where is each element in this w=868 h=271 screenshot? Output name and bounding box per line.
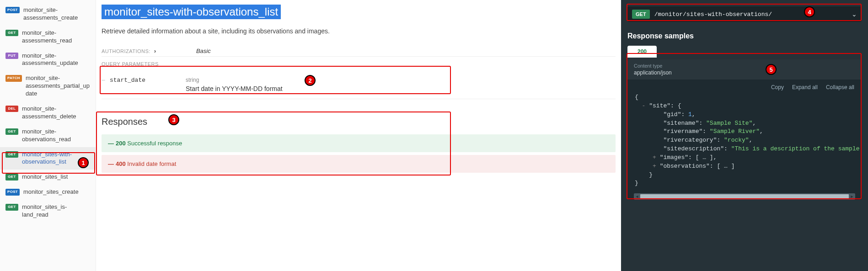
sidebar-item-label: monitor_sites_create <box>23 188 79 196</box>
method-badge: GET <box>5 30 18 36</box>
response-code: 200 <box>116 140 126 147</box>
response-code: 400 <box>116 160 126 167</box>
method-badge: GET <box>632 10 650 19</box>
main-content: monitor_sites-with-observations_list Ret… <box>96 0 621 271</box>
endpoint-path: /monitor/sites-with-observations/ <box>654 11 847 18</box>
sidebar-item-monitor_sites_is-land_read[interactable]: GETmonitor_sites_is-land_read <box>0 200 96 223</box>
response-samples-heading: Response samples <box>627 32 862 40</box>
copy-button[interactable]: Copy <box>771 84 784 90</box>
sidebar-item-monitor_site-assessments_update[interactable]: PUTmonitor_site-assessments_update <box>0 48 96 71</box>
authorizations-value: Basic <box>196 48 211 54</box>
sidebar-item-label: monitor_site-assessments_read <box>22 29 91 45</box>
sidebar-item-label: monitor_site-observations_read <box>22 128 91 143</box>
json-viewer[interactable]: { - "site": { "gid": 1, "sitename": "Sam… <box>627 90 862 193</box>
sidebar-item-monitor_site-assessments_read[interactable]: GETmonitor_site-assessments_read <box>0 26 96 48</box>
response-text: Invalid date format <box>127 160 176 167</box>
scrollbar-track[interactable] <box>640 194 849 199</box>
method-badge: PUT <box>5 53 18 59</box>
sidebar-item-monitor_sites-with-observations_list[interactable]: GETmonitor_sites-with-observations_list <box>0 147 96 170</box>
parameter-description: Start date in YYYY-MM-DD format <box>186 85 616 92</box>
samples-panel: GET /monitor/sites-with-observations/ ⌄ … <box>621 0 868 271</box>
sidebar: POSTmonitor_site-assessments_createGETmo… <box>0 0 96 271</box>
content-type-value: application/json <box>634 69 855 76</box>
content-type-label: Content type <box>634 63 855 69</box>
method-badge: DEL <box>5 106 18 112</box>
method-badge: GET <box>5 204 18 210</box>
query-parameters-label: QUERY PARAMETERS <box>102 61 616 67</box>
sidebar-item-monitor_sites_create[interactable]: POSTmonitor_sites_create <box>0 185 96 200</box>
sidebar-item-label: monitor_sites_is-land_read <box>22 203 91 219</box>
sidebar-item-label: monitor_site-assessments_create <box>23 6 91 22</box>
sidebar-item-label: monitor_site-assessments_partial_update <box>26 74 91 98</box>
operation-description: Retrieve detailed information about a si… <box>102 27 616 35</box>
chevron-down-icon: ⌄ <box>852 11 857 18</box>
sidebar-item-label: monitor_site-assessments_update <box>22 52 91 68</box>
json-tools: Copy Expand all Collapse all <box>627 80 862 90</box>
method-badge: PATCH <box>5 75 22 81</box>
expand-all-button[interactable]: Expand all <box>792 84 818 90</box>
method-badge: GET <box>5 128 18 135</box>
sidebar-item-monitor_site-assessments_partial_update[interactable]: PATCHmonitor_site-assessments_partial_up… <box>0 71 96 101</box>
chevron-right-icon: › <box>154 48 156 54</box>
horizontal-scrollbar[interactable]: ◄ ► <box>634 193 855 200</box>
sidebar-item-monitor_site-observations_read[interactable]: GETmonitor_site-observations_read <box>0 124 96 147</box>
sidebar-item-label: monitor_sites-with-observations_list <box>22 151 91 166</box>
authorizations-label: AUTHORIZATIONS: <box>102 48 150 54</box>
method-badge: GET <box>5 174 18 180</box>
responses-heading: Responses <box>102 117 616 127</box>
sidebar-item-label: monitor_sites_list <box>22 173 68 181</box>
method-badge: POST <box>5 7 20 13</box>
sidebar-item-monitor_site-assessments_create[interactable]: POSTmonitor_site-assessments_create <box>0 3 96 26</box>
method-badge: POST <box>5 189 20 195</box>
sample-body: Content type application/json Copy Expan… <box>627 59 862 200</box>
parameter-row: start_date string Start date in YYYY-MM-… <box>102 70 616 99</box>
collapse-all-button[interactable]: Collapse all <box>826 84 854 90</box>
content-type-bar[interactable]: Content type application/json <box>627 59 862 80</box>
authorizations-row[interactable]: AUTHORIZATIONS: › Basic <box>102 48 616 57</box>
operation-title: monitor_sites-with-observations_list <box>102 5 281 19</box>
sidebar-item-monitor_sites_list[interactable]: GETmonitor_sites_list <box>0 170 96 185</box>
scroll-left-icon[interactable]: ◄ <box>634 193 640 200</box>
parameter-name: start_date <box>110 77 186 92</box>
sidebar-item-label: monitor_site-assessments_delete <box>22 105 91 121</box>
sidebar-item-monitor_site-assessments_delete[interactable]: DELmonitor_site-assessments_delete <box>0 101 96 124</box>
method-badge: GET <box>5 151 18 158</box>
response-200[interactable]: —200 Successful response <box>102 134 616 152</box>
response-400[interactable]: —400 Invalid date format <box>102 155 616 173</box>
status-tab-200[interactable]: 200 <box>627 46 657 58</box>
scroll-right-icon[interactable]: ► <box>849 193 855 200</box>
parameter-type: string <box>186 77 616 83</box>
response-text: Successful response <box>127 140 182 147</box>
endpoint-bar[interactable]: GET /monitor/sites-with-observations/ ⌄ <box>627 6 862 22</box>
